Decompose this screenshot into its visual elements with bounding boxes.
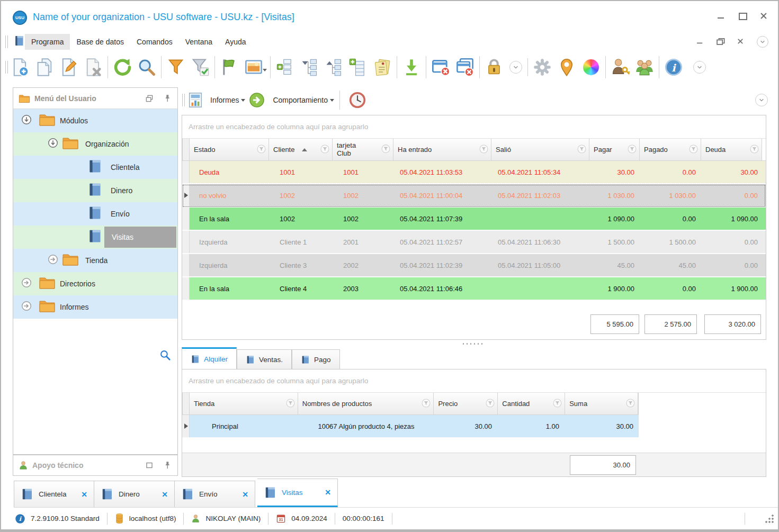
tab-pago[interactable]: Pago bbox=[292, 349, 340, 369]
delete-document-icon[interactable] bbox=[81, 55, 105, 80]
menu-ayuda[interactable]: Ayuda bbox=[219, 34, 252, 50]
filter-funnel-icon[interactable] bbox=[320, 145, 329, 155]
filter-funnel-icon[interactable] bbox=[577, 145, 586, 155]
product-row-selected[interactable]: Principal 10067 Algún producto 4, piezas… bbox=[182, 415, 639, 438]
menu-ventana[interactable]: Ventana bbox=[179, 34, 219, 50]
user-permissions-icon[interactable] bbox=[608, 55, 632, 80]
users-group-icon[interactable] bbox=[632, 55, 657, 80]
filter-funnel-icon[interactable] bbox=[381, 144, 390, 155]
expand-node-icon[interactable] bbox=[21, 300, 32, 314]
settings-gear-icon[interactable] bbox=[530, 55, 554, 80]
tree-search-icon[interactable] bbox=[159, 349, 171, 363]
tree-node-clientela[interactable]: Clientela bbox=[13, 156, 177, 179]
filter-funnel-icon[interactable] bbox=[750, 145, 759, 155]
tab-ventas[interactable]: Ventas. bbox=[237, 349, 292, 369]
grid-splitter-handle[interactable] bbox=[182, 340, 766, 347]
color-scheme-icon[interactable] bbox=[579, 55, 603, 80]
behavior-icon[interactable] bbox=[245, 87, 268, 113]
minimize-button[interactable] bbox=[717, 12, 726, 20]
float-panel-icon[interactable] bbox=[145, 461, 154, 470]
reports-dropdown-caret[interactable] bbox=[241, 99, 245, 104]
filter-funnel-icon[interactable] bbox=[626, 399, 635, 409]
visit-row-focused[interactable]: no volvio1002100205.04.2021 11:00:0405.0… bbox=[182, 184, 766, 208]
column-header-tienda[interactable]: Tienda bbox=[190, 393, 298, 414]
behavior-dropdown-caret[interactable] bbox=[330, 99, 334, 104]
close-all-windows-icon[interactable] bbox=[453, 55, 477, 80]
resize-grip[interactable] bbox=[762, 515, 774, 526]
column-header-ha-entrado[interactable]: Ha entrado bbox=[393, 139, 491, 160]
visit-row[interactable]: IzquierdaCliente 3200205.04.2021 11:02:3… bbox=[182, 254, 766, 277]
expand-tree-icon[interactable] bbox=[321, 55, 346, 80]
collapse-node-icon[interactable] bbox=[21, 114, 32, 128]
filter-funnel-icon[interactable] bbox=[422, 399, 431, 409]
filter-funnel-icon[interactable] bbox=[689, 145, 698, 155]
mdi-minimize-button[interactable] bbox=[696, 38, 704, 45]
close-tab-icon[interactable]: ✕ bbox=[162, 490, 168, 499]
close-tab-icon[interactable]: ✕ bbox=[242, 490, 248, 499]
menu-programa[interactable]: Programa bbox=[25, 34, 70, 50]
column-header-nombres[interactable]: Nombres de productos bbox=[298, 393, 434, 414]
export-download-icon[interactable] bbox=[399, 55, 424, 80]
window-tab-envio[interactable]: Envío ✕ bbox=[175, 481, 255, 507]
visit-row[interactable]: En la salaCliente 4200305.04.2021 11:06:… bbox=[182, 277, 766, 301]
collapse-node-icon[interactable] bbox=[47, 137, 59, 151]
menu-comandos[interactable]: Comandos bbox=[130, 34, 179, 50]
column-header-precio[interactable]: Precio bbox=[434, 393, 498, 414]
tab-alquiler[interactable]: Alquiler bbox=[182, 347, 237, 369]
tree-node-organizacion[interactable]: Organización bbox=[13, 132, 177, 156]
visit-row[interactable]: Deuda1001100105.04.2021 11:03:5305.04.20… bbox=[182, 161, 766, 184]
toolbar-overflow-chevron[interactable] bbox=[693, 61, 706, 74]
tree-node-envio[interactable]: Envío bbox=[13, 202, 177, 226]
edit-document-icon[interactable] bbox=[57, 55, 81, 80]
mdi-close-button[interactable] bbox=[736, 38, 744, 45]
clock-icon[interactable] bbox=[345, 87, 370, 113]
expand-levels-icon[interactable] bbox=[273, 55, 297, 80]
group-by-drop-zone[interactable]: Arrastre un encabezado de columna aquí p… bbox=[182, 369, 766, 393]
reports-icon[interactable] bbox=[185, 87, 206, 113]
filter-funnel-icon[interactable] bbox=[553, 399, 562, 409]
notes-icon[interactable] bbox=[370, 55, 395, 80]
filter-funnel-icon[interactable] bbox=[257, 145, 266, 155]
view-toolbar-overflow-chevron[interactable] bbox=[755, 94, 768, 106]
column-header-pagado[interactable]: Pagado bbox=[640, 139, 701, 160]
new-document-icon[interactable] bbox=[8, 55, 32, 80]
menu-base-de-datos[interactable]: Base de datos bbox=[70, 34, 130, 50]
column-header-cliente[interactable]: Cliente bbox=[269, 139, 333, 160]
copy-document-icon[interactable] bbox=[32, 55, 57, 80]
behavior-menu-button[interactable]: Comportamiento bbox=[273, 96, 328, 104]
refresh-icon[interactable] bbox=[110, 55, 135, 80]
search-icon[interactable] bbox=[135, 55, 159, 80]
close-window-icon[interactable] bbox=[428, 55, 453, 80]
mdi-restore-button[interactable] bbox=[716, 38, 724, 45]
close-button[interactable] bbox=[759, 12, 768, 20]
tree-node-directorios[interactable]: Directorios bbox=[13, 272, 177, 295]
tree-node-modulos[interactable]: Módulos bbox=[13, 109, 177, 132]
tree-node-visitas-selected[interactable]: Visitas bbox=[13, 226, 177, 249]
tree-node-dinero[interactable]: Dinero bbox=[13, 179, 177, 202]
flag-icon[interactable] bbox=[217, 55, 241, 80]
column-header-pagar[interactable]: Pagar bbox=[589, 139, 640, 160]
toolbar-overflow-chevron[interactable] bbox=[509, 61, 522, 74]
window-tab-visitas-active[interactable]: Visitas ✕ bbox=[257, 479, 338, 507]
expand-node-icon[interactable] bbox=[21, 277, 32, 291]
visit-row[interactable]: IzquierdaCliente 1200105.04.2021 11:02:5… bbox=[182, 231, 766, 254]
group-by-drop-zone[interactable]: Arrastre un encabezado de columna aquí p… bbox=[182, 115, 766, 139]
visit-row[interactable]: En la sala1002100205.04.2021 11:07:391 0… bbox=[182, 208, 766, 231]
expand-node-icon[interactable] bbox=[47, 254, 59, 267]
info-icon[interactable]: i bbox=[661, 55, 686, 80]
column-header-deuda[interactable]: Deuda bbox=[701, 139, 762, 160]
image-dropdown-caret[interactable] bbox=[263, 69, 267, 74]
collapse-tree-icon[interactable] bbox=[297, 55, 321, 80]
image-icon[interactable] bbox=[241, 55, 266, 80]
reports-menu-button[interactable]: Informes bbox=[210, 96, 239, 104]
close-tab-icon[interactable]: ✕ bbox=[81, 490, 87, 499]
lock-icon[interactable] bbox=[482, 55, 506, 80]
pin-panel-icon[interactable] bbox=[163, 94, 172, 103]
filter-funnel-icon[interactable] bbox=[486, 399, 495, 409]
maximize-button[interactable] bbox=[738, 12, 747, 20]
window-tab-clientela[interactable]: Clientela ✕ bbox=[14, 481, 94, 507]
add-row-icon[interactable] bbox=[346, 55, 370, 80]
column-header-salio[interactable]: Salió bbox=[491, 139, 589, 160]
filter-icon[interactable] bbox=[164, 55, 188, 80]
pin-panel-icon[interactable] bbox=[163, 461, 172, 470]
